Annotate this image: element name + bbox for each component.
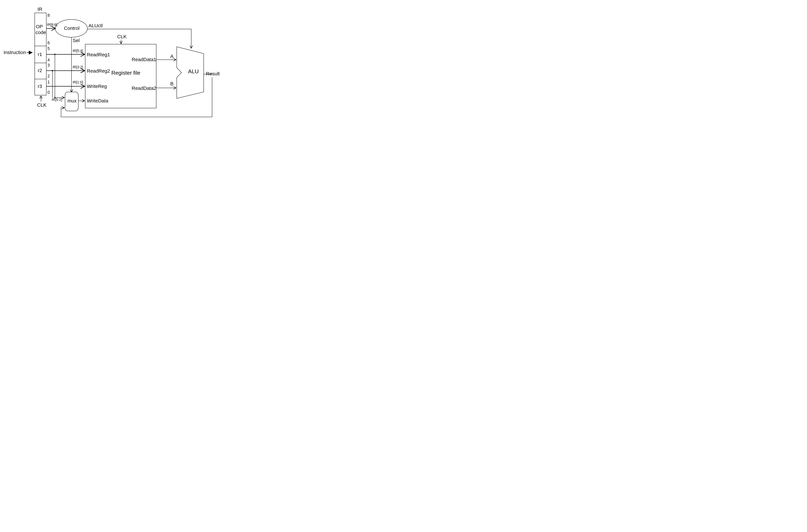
writereg-label: WriteReg	[87, 83, 107, 89]
wire-result-feedback	[61, 77, 212, 117]
alu-a-label: A	[170, 54, 173, 59]
bit-8: 8	[48, 13, 50, 18]
bus-ir54: IR[5:4]	[73, 49, 83, 53]
bit-1: 1	[48, 79, 50, 84]
wire-ir52-a	[55, 54, 64, 98]
opcode-label-2: code	[36, 30, 46, 35]
alu-label: ALU	[188, 68, 199, 75]
bit-0: 0	[48, 90, 50, 95]
readreg2-label: ReadReg2	[87, 68, 110, 74]
sel-label: Sel	[73, 38, 79, 43]
control-label: Control	[64, 25, 79, 31]
bit-6: 6	[48, 40, 50, 45]
r3-label: r3	[38, 83, 42, 89]
bus-ir86: IR[8:6]	[47, 23, 57, 27]
bit-3: 3	[48, 63, 50, 68]
aluctl-label: ALUctl	[89, 23, 103, 28]
diagram-svg	[0, 0, 235, 132]
bit-5: 5	[48, 46, 50, 51]
bus-ir52: IR[5:2]	[52, 98, 62, 102]
bit-2: 2	[48, 74, 50, 79]
opcode-label-1: OP	[36, 24, 43, 30]
regfile-clk: CLK	[117, 34, 127, 39]
readreg1-label: ReadReg1	[87, 52, 110, 57]
readdata1-label: ReadData1	[132, 57, 156, 62]
r2-label: r2	[38, 68, 42, 73]
regfile-title: Register file	[111, 70, 141, 76]
wire-aluctl	[88, 29, 191, 48]
readdata2-label: ReadData2	[132, 86, 156, 91]
instruction-label: Instruction	[3, 50, 26, 55]
datapath-diagram: IR OP code r1 r2 r3 8 6 5 4 3 2 1 0 Inst…	[0, 0, 235, 132]
ir-title: IR	[37, 6, 42, 12]
bus-ir10: IR[1:0]	[73, 80, 83, 84]
mux-label: mux	[68, 98, 77, 103]
r1-label: r1	[38, 52, 42, 57]
alu-b-label: B	[170, 81, 173, 87]
bus-ir32: IR[3:2]	[73, 65, 83, 69]
bit-4: 4	[48, 57, 50, 62]
ir-clk-label: CLK	[37, 102, 47, 108]
result-label: Result	[206, 71, 220, 76]
writedata-label: WriteData	[87, 98, 108, 103]
